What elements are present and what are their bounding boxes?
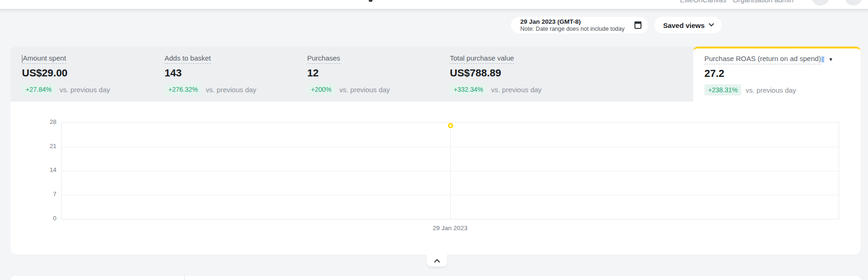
metric-dropdown-icon[interactable]: ▼	[828, 57, 833, 62]
metric-value: 143	[165, 67, 296, 79]
compare-label: vs. previous day	[206, 86, 256, 94]
metric-label: Adds to basket	[165, 54, 211, 64]
date-range-texts: 29 Jan 2023 (GMT-8) Note: Date range doe…	[520, 19, 634, 32]
collapse-panel-button[interactable]	[427, 254, 447, 266]
y-axis-tick: 14	[38, 166, 56, 173]
delta-badge: +238.31%	[704, 84, 741, 96]
date-range-picker[interactable]: 29 Jan 2023 (GMT-8) Note: Date range doe…	[511, 17, 648, 34]
account-name: EllieOnCanvas	[680, 0, 726, 4]
compare-label: vs. previous day	[60, 86, 110, 94]
metric-value: 27.2	[704, 68, 861, 80]
metrics-strip: Amount spent US$29.00 +27.84% vs. previo…	[11, 47, 861, 102]
delta-badge: +276.32%	[165, 84, 201, 95]
gridline-vertical	[450, 123, 451, 219]
metric-tab-total-purchase-value[interactable]: Total purchase value US$788.89 +332.34% …	[439, 47, 581, 102]
metric-label: Total purchase value	[450, 54, 514, 64]
chevron-down-icon	[709, 21, 714, 27]
chart-card: 28 21 14 7 0 29 Jan 2023	[11, 102, 861, 254]
y-axis-tick: 0	[38, 215, 56, 222]
bottom-card-divider	[184, 276, 185, 280]
calendar-icon	[634, 21, 641, 29]
saved-views-label: Saved views	[663, 21, 704, 29]
metric-value: US$788.89	[450, 67, 581, 79]
metric-tab-adds-to-basket[interactable]: Adds to basket 143 +276.32% vs. previous…	[153, 47, 296, 102]
saved-views-dropdown[interactable]: Saved views	[654, 17, 722, 34]
avatar[interactable]	[845, 0, 862, 6]
metric-label: Purchase ROAS (return on ad spend)	[704, 55, 821, 64]
account-role: Organisation admin	[733, 0, 793, 4]
compare-label: vs. previous day	[745, 86, 796, 94]
x-axis-label: 29 Jan 2023	[61, 225, 839, 232]
topbar-shadow	[0, 9, 868, 13]
y-axis-tick: 21	[38, 143, 56, 150]
data-point-roas[interactable]	[448, 123, 453, 128]
metric-tab-purchases[interactable]: Purchases 12 +200% vs. previous day	[296, 47, 439, 102]
y-axis-tick: 7	[38, 191, 56, 198]
delta-badge: +200%	[307, 84, 335, 95]
bottom-card	[11, 276, 861, 280]
text-selection-mark	[821, 56, 824, 62]
chevron-up-icon	[434, 259, 440, 265]
plot-area	[61, 122, 839, 219]
date-range-value: 29 Jan 2023 (GMT-8)	[520, 19, 634, 25]
topbar: EllieOnCanvas Organisation admin	[0, 0, 868, 9]
metric-value: US$29.00	[22, 67, 153, 79]
metric-value: 12	[307, 67, 439, 79]
compare-label: vs. previous day	[491, 86, 541, 94]
account-info[interactable]: EllieOnCanvas Organisation admin	[680, 0, 793, 4]
text-cursor	[22, 55, 22, 63]
metric-label: Amount spent	[23, 54, 66, 64]
compare-label: vs. previous day	[339, 86, 390, 94]
page-title-clipped	[369, 0, 372, 2]
metric-tab-purchase-roas[interactable]: Purchase ROAS (return on ad spend) ▼ 27.…	[693, 47, 861, 102]
y-axis-tick: 28	[38, 118, 56, 125]
delta-badge: +27.84%	[22, 84, 55, 95]
date-range-note: Note: Date range does not include today	[520, 26, 634, 32]
delta-badge: +332.34%	[450, 84, 487, 95]
help-button[interactable]	[812, 0, 829, 6]
metric-tab-amount-spent[interactable]: Amount spent US$29.00 +27.84% vs. previo…	[11, 47, 153, 102]
metric-label: Purchases	[307, 54, 340, 64]
